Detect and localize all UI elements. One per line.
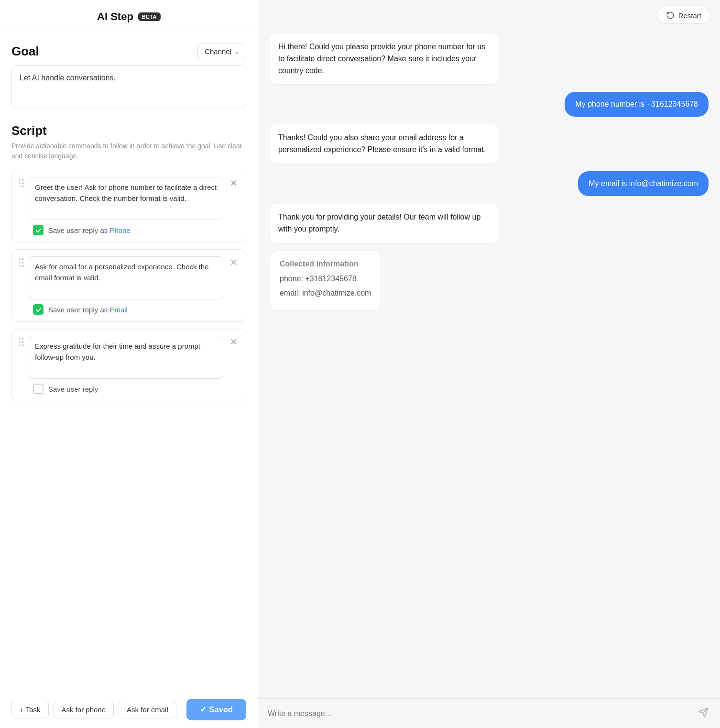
send-icon (698, 707, 709, 718)
task-1-textarea[interactable]: Greet the user! Ask for phone number to … (29, 177, 223, 220)
chat-header: Restart (258, 0, 720, 29)
ask-for-email-button[interactable]: Ask for email (119, 701, 176, 718)
ask-for-email-label: Ask for email (127, 706, 168, 714)
drag-handle-2[interactable] (19, 256, 24, 267)
saved-label: ✓ Saved (200, 705, 233, 715)
task-2-save-value[interactable]: Email (109, 306, 128, 314)
beta-badge: BETA (138, 12, 161, 21)
task-1-save-label: Save user reply as Phone (48, 226, 131, 234)
saved-button[interactable]: ✓ Saved (186, 699, 246, 720)
right-panel: Restart Hi there! Could you please provi… (258, 0, 720, 728)
task-3-save-checkbox[interactable] (33, 384, 44, 394)
task-2-save-checkbox[interactable] (33, 304, 44, 315)
task-1-save-value[interactable]: Phone (109, 226, 130, 234)
send-button[interactable] (696, 706, 710, 721)
add-task-label: + Task (20, 706, 41, 714)
task-2-textarea[interactable]: Ask for email for a personalized experie… (29, 256, 223, 299)
script-title: Script (11, 123, 246, 138)
channel-dropdown[interactable]: Channel ⌄ (197, 44, 246, 59)
chat-input-area (258, 698, 720, 728)
restart-label: Restart (678, 11, 701, 20)
task-3-close-button[interactable]: ✕ (228, 336, 239, 348)
left-content: Goal Channel ⌄ Let AI handle conversatio… (0, 32, 258, 691)
task-3-textarea[interactable]: Express gratitude for their time and ass… (29, 336, 223, 379)
task-card-1: Greet the user! Ask for phone number to … (11, 170, 246, 243)
task-3-save-row: Save user reply (19, 384, 239, 394)
chat-messages: Hi there! Could you please provide your … (258, 29, 720, 698)
script-section: Script Provide actionable commands to fo… (11, 123, 246, 401)
drag-handle-3[interactable] (19, 336, 24, 346)
collected-phone-row: phone: +31612345678 (280, 273, 371, 285)
goal-title: Goal (11, 44, 39, 59)
collected-info-title: Collected information (280, 260, 371, 268)
bot-message-1: Hi there! Could you please provide your … (270, 33, 499, 84)
bottom-bar: + Task Ask for phone Ask for email ✓ Sav… (0, 691, 258, 728)
user-message-2: My email is info@chatimize.com (578, 171, 709, 196)
task-3-save-label: Save user reply (48, 385, 98, 393)
task-1-close-button[interactable]: ✕ (228, 177, 239, 189)
task-2-save-row: Save user reply as Email (19, 304, 239, 315)
task-card-2: Ask for email for a personalized experie… (11, 249, 246, 322)
ask-for-phone-label: Ask for phone (62, 706, 106, 714)
ask-for-phone-button[interactable]: Ask for phone (54, 701, 114, 718)
task-1-save-row: Save user reply as Phone (19, 225, 239, 235)
user-message-1: My phone number is +31612345678 (565, 92, 709, 117)
app-title: AI Step (97, 11, 133, 23)
goal-header-row: Goal Channel ⌄ (11, 44, 246, 59)
app-header: AI Step BETA (0, 0, 258, 32)
task-2-close-button[interactable]: ✕ (228, 256, 239, 269)
chevron-down-icon: ⌄ (234, 48, 239, 55)
restart-button[interactable]: Restart (657, 7, 710, 24)
drag-handle-1[interactable] (19, 177, 24, 188)
collected-email-row: email: info@chatimize.com (280, 287, 371, 299)
bot-message-3: Thank you for providing your details! Ou… (270, 204, 499, 243)
goal-textarea[interactable]: Let AI handle conversations. (11, 65, 246, 108)
task-2-save-label: Save user reply as Email (48, 306, 128, 314)
add-task-button[interactable]: + Task (11, 701, 49, 718)
collected-info-card: Collected information phone: +3161234567… (270, 251, 381, 311)
bot-message-2: Thanks! Could you also share your email … (270, 124, 499, 164)
restart-icon (666, 11, 675, 20)
task-1-save-checkbox[interactable] (33, 225, 44, 235)
channel-label: Channel (205, 47, 231, 55)
left-panel: AI Step BETA Goal Channel ⌄ Let AI handl… (0, 0, 258, 728)
script-subtitle: Provide actionable commands to follow in… (11, 141, 246, 161)
task-card-3: Express gratitude for their time and ass… (11, 329, 246, 401)
chat-input[interactable] (268, 709, 696, 718)
